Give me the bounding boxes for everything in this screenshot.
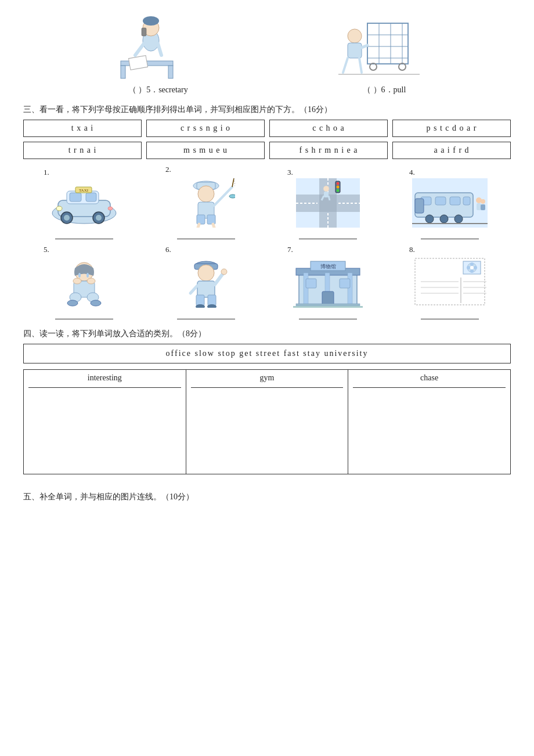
svg-point-79	[481, 199, 485, 204]
svg-rect-111	[340, 279, 350, 288]
svg-line-21	[359, 58, 362, 73]
svg-rect-98	[196, 295, 204, 305]
pic-item-4: 4.	[409, 168, 490, 239]
pic-num-5: 5.	[44, 245, 49, 254]
svg-point-74	[440, 215, 448, 223]
crying-image	[55, 255, 113, 308]
pic-row-2: 5.	[23, 245, 511, 319]
fisher-image	[177, 175, 235, 228]
museum-image: 博物馆	[293, 255, 363, 308]
svg-point-82	[78, 273, 81, 278]
section4-header: 四、读一读，将下列单词放入合适的类别。（8分）	[23, 329, 511, 339]
svg-rect-109	[322, 291, 334, 305]
scrambled-word-5: t r n a i	[23, 142, 142, 159]
category-header-2: gym	[191, 373, 344, 388]
pic-item-3: 3.	[287, 168, 369, 239]
svg-point-119	[467, 266, 470, 269]
svg-rect-110	[306, 279, 316, 288]
svg-rect-108	[348, 273, 352, 305]
svg-text:博物馆: 博物馆	[320, 264, 336, 269]
svg-rect-18	[348, 43, 362, 58]
pull-illustration	[333, 12, 425, 81]
section5-header: 五、补全单词，并与相应的图片连线。（10分）	[23, 492, 511, 502]
svg-point-61	[337, 189, 340, 192]
svg-rect-3	[128, 56, 147, 70]
svg-rect-43	[207, 215, 215, 224]
scrambled-word-7: f s h r m n i e a	[269, 142, 388, 159]
svg-line-48	[198, 224, 199, 228]
svg-point-73	[425, 215, 434, 223]
svg-line-65	[329, 196, 330, 200]
svg-point-90	[87, 278, 95, 284]
pic-num-6: 6.	[165, 245, 171, 254]
section5: 五、补全单词，并与相应的图片连线。（10分）	[23, 492, 511, 502]
svg-rect-72	[415, 199, 424, 213]
svg-point-37	[108, 207, 113, 210]
svg-point-117	[470, 262, 474, 266]
svg-line-97	[190, 286, 197, 293]
pic-item-2: 2.	[165, 165, 247, 239]
answer-line-5	[55, 310, 113, 319]
section3: 三、看一看，将下列字母按正确顺序排列得出单词，并写到相应图片的下方。（16分） …	[23, 105, 511, 319]
scrambled-word-1: t x a i	[23, 120, 142, 137]
postcard-image	[412, 255, 488, 308]
svg-point-17	[348, 29, 362, 43]
scrambled-word-2: c r s s n g i o	[146, 120, 265, 137]
pic-row-1: 1. TAXI	[23, 165, 511, 239]
answer-line-1	[55, 230, 113, 239]
svg-line-20	[343, 58, 348, 73]
pic-num-3: 3.	[287, 168, 293, 177]
top-illustrations	[23, 12, 511, 81]
svg-rect-69	[435, 197, 446, 205]
category-header-3: chase	[353, 373, 506, 388]
svg-point-89	[73, 278, 81, 284]
answer-line-8	[421, 310, 479, 319]
scrambled-word-4: p s t c d o a r	[392, 120, 511, 137]
crossing-image	[296, 178, 360, 228]
word-bank: office slow stop get street fast stay un…	[23, 344, 511, 363]
svg-point-96	[221, 269, 227, 275]
svg-line-7	[135, 44, 144, 55]
svg-point-88	[91, 300, 101, 306]
pic-item-1: 1. TAXI	[44, 168, 125, 239]
pic-item-8: 8.	[409, 245, 490, 319]
category-cell-3: chase	[348, 370, 511, 474]
svg-point-118	[470, 269, 474, 273]
svg-point-36	[56, 206, 62, 211]
pic-num-7: 7.	[287, 245, 293, 254]
svg-rect-28	[70, 193, 81, 201]
svg-point-62	[323, 186, 329, 192]
svg-line-46	[234, 178, 235, 193]
svg-rect-99	[208, 295, 216, 305]
section3-header: 三、看一看，将下列字母按正确顺序排列得出单词，并写到相应图片的下方。（16分）	[23, 105, 511, 115]
category-cell-2: gym	[186, 370, 348, 474]
pic-num-4: 4.	[409, 168, 415, 177]
scrambled-word-3: c c h o a	[269, 120, 388, 137]
svg-rect-106	[304, 273, 308, 305]
category-header-1: interesting	[28, 373, 181, 388]
top-labels: （ ）5．secretary （ ）6．pull	[23, 85, 511, 95]
svg-line-45	[232, 178, 234, 187]
svg-line-95	[215, 273, 223, 285]
category-cell-1: interesting	[24, 370, 186, 474]
secretary-illustration	[109, 12, 185, 81]
svg-rect-112	[296, 304, 360, 306]
answer-line-7	[299, 310, 357, 319]
pic-num-1: 1.	[44, 168, 49, 177]
boy-image	[180, 255, 232, 308]
svg-point-121	[470, 266, 474, 269]
pull-image-block	[333, 12, 425, 81]
svg-point-33	[64, 215, 70, 221]
svg-point-75	[454, 215, 463, 223]
svg-line-19	[362, 45, 367, 48]
svg-point-93	[198, 265, 214, 281]
scrambled-word-6: m s m u e u	[146, 142, 265, 159]
svg-point-59	[337, 182, 340, 185]
svg-point-83	[86, 273, 89, 278]
train-image	[412, 178, 488, 228]
svg-line-8	[158, 44, 161, 55]
svg-rect-78	[477, 203, 481, 210]
svg-rect-113	[293, 306, 363, 308]
category-row: interesting gym chase	[24, 370, 511, 474]
svg-text:TAXI: TAXI	[79, 188, 89, 193]
